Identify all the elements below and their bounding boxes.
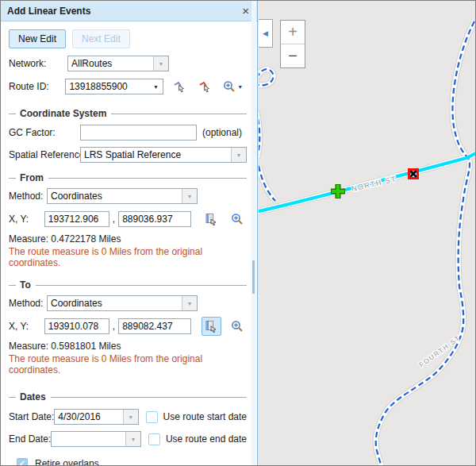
network-row: Network: AllRoutes ▼ xyxy=(9,56,247,71)
from-measure-text: Measure: 0.4722178 Miles xyxy=(9,233,247,245)
spatial-reference-value: LRS Spatial Reference xyxy=(81,148,231,162)
network-select[interactable]: AllRoutes ▼ xyxy=(67,56,169,71)
network-value: AllRoutes xyxy=(68,56,153,71)
collapse-arrow-icon: ◀ xyxy=(263,29,268,37)
dates-section-header: Dates xyxy=(9,391,247,402)
use-route-start-date-label: Use route start date xyxy=(163,411,247,422)
end-date-row: End Date: ▼ Use route end date xyxy=(9,431,247,447)
close-icon[interactable]: × xyxy=(240,5,251,17)
retire-overlaps-checkbox[interactable]: ✓ xyxy=(17,458,28,466)
to-method-select[interactable]: Coordinates ▼ xyxy=(47,295,198,311)
panel-body: New Edit Next Edit Network: AllRoutes ▼ … xyxy=(1,21,253,466)
panel-header: Add Linear Events × xyxy=(1,1,257,21)
from-warning-text: The route measure is 0 Miles from the or… xyxy=(9,246,247,268)
end-date-label: End Date: xyxy=(9,433,51,445)
edit-buttons-row: New Edit Next Edit xyxy=(9,29,247,48)
dates-legend: Dates xyxy=(20,391,51,402)
magnifier-plus-icon xyxy=(231,213,244,225)
route-dashed-lines xyxy=(259,21,474,465)
road-casings xyxy=(259,21,476,465)
from-method-select[interactable]: Coordinates ▼ xyxy=(47,188,198,204)
spatial-reference-select[interactable]: LRS Spatial Reference ▼ xyxy=(80,147,247,163)
chevron-down-icon: ▼ xyxy=(182,296,197,310)
chevron-down-icon: ▼ xyxy=(237,84,243,90)
map-zoom-control: + − xyxy=(280,20,305,68)
from-method-row: Method: Coordinates ▼ xyxy=(9,188,247,204)
to-method-value: Coordinates xyxy=(48,296,182,310)
map-canvas: NORTH ST FOURTH ST xyxy=(259,1,476,465)
check-icon: ✓ xyxy=(19,459,25,466)
map-view[interactable]: NORTH ST FOURTH ST ◀ + − xyxy=(259,1,476,465)
chevron-down-icon: ▼ xyxy=(125,432,140,446)
from-xy-row: X, Y: , xyxy=(9,210,247,229)
chevron-down-icon: ▼ xyxy=(182,189,197,203)
optional-hint: (optional) xyxy=(202,127,242,138)
from-zoom-to-point-button[interactable] xyxy=(228,210,247,229)
street-label: NORTH ST xyxy=(351,175,397,193)
select-route-red-icon xyxy=(198,80,211,93)
gc-factor-row: GC Factor: (optional) xyxy=(9,125,247,141)
end-date-value xyxy=(52,432,125,446)
to-method-row: Method: Coordinates ▼ xyxy=(9,295,247,311)
chevron-down-icon: ▼ xyxy=(153,56,168,71)
magnifier-plus-icon xyxy=(231,320,244,333)
next-edit-button: Next Edit xyxy=(72,29,130,48)
from-section-header: From xyxy=(9,172,247,183)
to-warning-text: The route measure is 0 Miles from the or… xyxy=(9,353,247,375)
coordinate-system-legend: Coordinate System xyxy=(20,108,111,119)
chevron-down-icon: ▼ xyxy=(149,84,163,90)
to-zoom-to-point-button[interactable] xyxy=(228,317,247,336)
route-id-combo[interactable]: 13918855900 ▼ xyxy=(65,79,163,94)
chevron-down-icon: ▼ xyxy=(231,148,246,162)
start-date-row: Start Date: 4/30/2016 ▼ Use route start … xyxy=(9,409,247,425)
select-route-on-map-button[interactable] xyxy=(170,77,190,96)
to-measure-text: Measure: 0.5981801 Miles xyxy=(9,341,247,352)
use-route-start-date-checkbox[interactable] xyxy=(146,411,158,423)
to-legend: To xyxy=(20,279,36,291)
spatial-reference-row: Spatial Reference: LRS Spatial Reference… xyxy=(9,147,247,163)
route-id-value: 13918855900 xyxy=(66,79,149,94)
to-method-label: Method: xyxy=(9,298,47,309)
scrollbar-thumb[interactable] xyxy=(252,260,255,294)
from-pick-on-map-button[interactable] xyxy=(202,210,221,229)
use-route-end-date-checkbox[interactable] xyxy=(148,433,160,445)
zoom-to-route-button[interactable]: ▼ xyxy=(219,77,247,96)
route-id-label: Route ID: xyxy=(9,81,65,92)
start-date-label: Start Date: xyxy=(9,411,54,422)
zoom-in-button[interactable]: + xyxy=(281,21,305,44)
from-y-input[interactable] xyxy=(118,211,191,227)
gc-factor-input[interactable] xyxy=(80,125,197,141)
from-legend: From xyxy=(20,172,48,183)
from-x-input[interactable] xyxy=(44,211,109,227)
gc-factor-label: GC Factor: xyxy=(9,127,80,138)
xy-separator: , xyxy=(109,214,118,225)
select-route-red-button[interactable] xyxy=(194,77,214,96)
pick-from-map-icon xyxy=(205,213,217,225)
from-method-label: Method: xyxy=(9,191,47,202)
option-row: ✓ Retire overlaps xyxy=(17,457,247,466)
from-method-value: Coordinates xyxy=(48,189,182,203)
to-pick-on-map-button[interactable] xyxy=(202,317,221,336)
start-date-value: 4/30/2016 xyxy=(55,410,122,424)
select-route-icon xyxy=(173,80,186,93)
app-window: Add Linear Events × New Edit Next Edit N… xyxy=(0,0,476,466)
network-label: Network: xyxy=(9,58,67,69)
pick-from-map-icon xyxy=(205,320,217,333)
to-section-header: To xyxy=(9,279,247,291)
zoom-out-button[interactable]: − xyxy=(281,44,305,67)
collapse-panel-button[interactable]: ◀ xyxy=(259,19,273,48)
to-xy-label: X, Y: xyxy=(9,321,44,332)
start-date-select[interactable]: 4/30/2016 ▼ xyxy=(54,409,138,425)
magnifier-plus-icon xyxy=(223,80,236,93)
route-id-row: Route ID: 13918855900 ▼ xyxy=(9,77,247,96)
panel-scrollbar[interactable] xyxy=(251,1,256,465)
from-xy-label: X, Y: xyxy=(9,214,44,225)
to-y-input[interactable] xyxy=(118,318,191,334)
end-date-select[interactable]: ▼ xyxy=(51,431,141,447)
panel-title: Add Linear Events xyxy=(7,6,240,17)
retire-overlaps-label: Retire overlaps xyxy=(35,458,99,466)
chevron-down-icon: ▼ xyxy=(123,410,138,424)
new-edit-button[interactable]: New Edit xyxy=(9,29,66,48)
add-linear-events-panel: Add Linear Events × New Edit Next Edit N… xyxy=(1,1,258,465)
to-x-input[interactable] xyxy=(44,318,109,334)
